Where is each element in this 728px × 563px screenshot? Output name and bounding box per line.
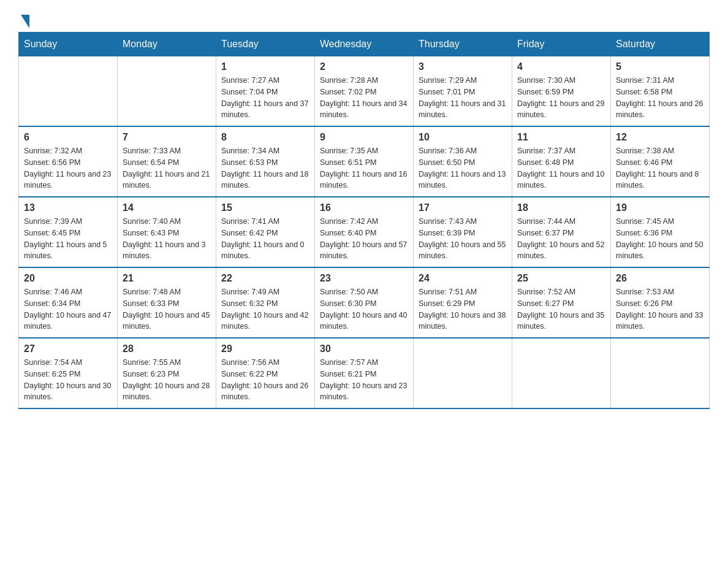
calendar-cell: 16Sunrise: 7:42 AMSunset: 6:40 PMDayligh…: [315, 197, 414, 267]
day-info: Sunrise: 7:37 AMSunset: 6:48 PMDaylight:…: [517, 145, 605, 191]
calendar-cell: 12Sunrise: 7:38 AMSunset: 6:46 PMDayligh…: [611, 126, 710, 197]
calendar-cell: 21Sunrise: 7:48 AMSunset: 6:33 PMDayligh…: [118, 267, 216, 338]
calendar-cell: 20Sunrise: 7:46 AMSunset: 6:34 PMDayligh…: [19, 267, 118, 338]
calendar-cell: 7Sunrise: 7:33 AMSunset: 6:54 PMDaylight…: [118, 126, 216, 197]
day-number: 19: [616, 202, 704, 213]
weekday-header-row: SundayMondayTuesdayWednesdayThursdayFrid…: [19, 33, 710, 56]
day-number: 11: [517, 132, 605, 143]
day-info: Sunrise: 7:40 AMSunset: 6:43 PMDaylight:…: [123, 216, 211, 262]
calendar-cell: 14Sunrise: 7:40 AMSunset: 6:43 PMDayligh…: [118, 197, 216, 267]
day-number: 17: [419, 202, 507, 213]
day-number: 15: [221, 202, 309, 213]
weekday-header-saturday: Saturday: [611, 33, 710, 56]
calendar-cell: [19, 56, 118, 127]
weekday-header-wednesday: Wednesday: [315, 33, 414, 56]
calendar-cell: 15Sunrise: 7:41 AMSunset: 6:42 PMDayligh…: [216, 197, 315, 267]
calendar-week-row: 20Sunrise: 7:46 AMSunset: 6:34 PMDayligh…: [19, 267, 710, 338]
calendar-cell: 24Sunrise: 7:51 AMSunset: 6:29 PMDayligh…: [414, 267, 512, 338]
calendar-cell: 13Sunrise: 7:39 AMSunset: 6:45 PMDayligh…: [19, 197, 118, 267]
calendar-cell: [611, 338, 710, 408]
calendar-cell: 9Sunrise: 7:35 AMSunset: 6:51 PMDaylight…: [315, 126, 414, 197]
day-info: Sunrise: 7:56 AMSunset: 6:22 PMDaylight:…: [221, 357, 309, 403]
day-info: Sunrise: 7:46 AMSunset: 6:34 PMDaylight:…: [24, 286, 112, 332]
day-number: 30: [320, 343, 408, 354]
day-info: Sunrise: 7:38 AMSunset: 6:46 PMDaylight:…: [616, 145, 704, 191]
day-info: Sunrise: 7:32 AMSunset: 6:56 PMDaylight:…: [24, 145, 112, 191]
day-info: Sunrise: 7:27 AMSunset: 7:04 PMDaylight:…: [221, 75, 309, 121]
calendar-week-row: 27Sunrise: 7:54 AMSunset: 6:25 PMDayligh…: [19, 338, 710, 408]
day-info: Sunrise: 7:31 AMSunset: 6:58 PMDaylight:…: [616, 75, 704, 121]
day-info: Sunrise: 7:28 AMSunset: 7:02 PMDaylight:…: [320, 75, 408, 121]
calendar-week-row: 13Sunrise: 7:39 AMSunset: 6:45 PMDayligh…: [19, 197, 710, 267]
day-info: Sunrise: 7:54 AMSunset: 6:25 PMDaylight:…: [24, 357, 112, 403]
calendar-cell: 2Sunrise: 7:28 AMSunset: 7:02 PMDaylight…: [315, 56, 414, 127]
weekday-header-tuesday: Tuesday: [216, 33, 315, 56]
day-number: 29: [221, 343, 309, 354]
day-number: 2: [320, 61, 408, 72]
calendar-cell: 25Sunrise: 7:52 AMSunset: 6:27 PMDayligh…: [512, 267, 611, 338]
calendar-cell: [118, 56, 216, 127]
day-number: 16: [320, 202, 408, 213]
calendar-cell: 27Sunrise: 7:54 AMSunset: 6:25 PMDayligh…: [19, 338, 118, 408]
day-info: Sunrise: 7:57 AMSunset: 6:21 PMDaylight:…: [320, 357, 408, 403]
logo: [18, 12, 29, 26]
calendar-cell: 11Sunrise: 7:37 AMSunset: 6:48 PMDayligh…: [512, 126, 611, 197]
calendar-cell: 10Sunrise: 7:36 AMSunset: 6:50 PMDayligh…: [414, 126, 512, 197]
day-info: Sunrise: 7:48 AMSunset: 6:33 PMDaylight:…: [123, 286, 211, 332]
calendar-cell: 8Sunrise: 7:34 AMSunset: 6:53 PMDaylight…: [216, 126, 315, 197]
day-number: 21: [123, 273, 211, 284]
calendar-cell: 29Sunrise: 7:56 AMSunset: 6:22 PMDayligh…: [216, 338, 315, 408]
day-info: Sunrise: 7:36 AMSunset: 6:50 PMDaylight:…: [419, 145, 507, 191]
day-number: 1: [221, 61, 309, 72]
day-number: 18: [517, 202, 605, 213]
calendar-cell: [512, 338, 611, 408]
day-number: 3: [419, 61, 507, 72]
day-number: 13: [24, 202, 112, 213]
day-number: 5: [616, 61, 704, 72]
day-info: Sunrise: 7:45 AMSunset: 6:36 PMDaylight:…: [616, 216, 704, 262]
day-info: Sunrise: 7:33 AMSunset: 6:54 PMDaylight:…: [123, 145, 211, 191]
day-number: 28: [123, 343, 211, 354]
page-header: [18, 12, 710, 26]
day-number: 24: [419, 273, 507, 284]
day-number: 9: [320, 132, 408, 143]
day-info: Sunrise: 7:34 AMSunset: 6:53 PMDaylight:…: [221, 145, 309, 191]
day-info: Sunrise: 7:49 AMSunset: 6:32 PMDaylight:…: [221, 286, 309, 332]
day-info: Sunrise: 7:30 AMSunset: 6:59 PMDaylight:…: [517, 75, 605, 121]
day-info: Sunrise: 7:43 AMSunset: 6:39 PMDaylight:…: [419, 216, 507, 262]
day-number: 22: [221, 273, 309, 284]
day-number: 25: [517, 273, 605, 284]
calendar-cell: 4Sunrise: 7:30 AMSunset: 6:59 PMDaylight…: [512, 56, 611, 127]
day-number: 8: [221, 132, 309, 143]
calendar-table: SundayMondayTuesdayWednesdayThursdayFrid…: [18, 32, 710, 409]
day-number: 10: [419, 132, 507, 143]
calendar-cell: 22Sunrise: 7:49 AMSunset: 6:32 PMDayligh…: [216, 267, 315, 338]
day-info: Sunrise: 7:44 AMSunset: 6:37 PMDaylight:…: [517, 216, 605, 262]
calendar-cell: 28Sunrise: 7:55 AMSunset: 6:23 PMDayligh…: [118, 338, 216, 408]
calendar-cell: 26Sunrise: 7:53 AMSunset: 6:26 PMDayligh…: [611, 267, 710, 338]
day-number: 26: [616, 273, 704, 284]
weekday-header-thursday: Thursday: [414, 33, 512, 56]
calendar-cell: 3Sunrise: 7:29 AMSunset: 7:01 PMDaylight…: [414, 56, 512, 127]
day-info: Sunrise: 7:42 AMSunset: 6:40 PMDaylight:…: [320, 216, 408, 262]
calendar-cell: 5Sunrise: 7:31 AMSunset: 6:58 PMDaylight…: [611, 56, 710, 127]
day-number: 4: [517, 61, 605, 72]
day-info: Sunrise: 7:51 AMSunset: 6:29 PMDaylight:…: [419, 286, 507, 332]
day-number: 14: [123, 202, 211, 213]
day-info: Sunrise: 7:39 AMSunset: 6:45 PMDaylight:…: [24, 216, 112, 262]
day-info: Sunrise: 7:53 AMSunset: 6:26 PMDaylight:…: [616, 286, 704, 332]
day-info: Sunrise: 7:55 AMSunset: 6:23 PMDaylight:…: [123, 357, 211, 403]
day-info: Sunrise: 7:35 AMSunset: 6:51 PMDaylight:…: [320, 145, 408, 191]
weekday-header-friday: Friday: [512, 33, 611, 56]
calendar-cell: 1Sunrise: 7:27 AMSunset: 7:04 PMDaylight…: [216, 56, 315, 127]
day-info: Sunrise: 7:52 AMSunset: 6:27 PMDaylight:…: [517, 286, 605, 332]
calendar-cell: 6Sunrise: 7:32 AMSunset: 6:56 PMDaylight…: [19, 126, 118, 197]
calendar-week-row: 6Sunrise: 7:32 AMSunset: 6:56 PMDaylight…: [19, 126, 710, 197]
calendar-cell: [414, 338, 512, 408]
calendar-cell: 18Sunrise: 7:44 AMSunset: 6:37 PMDayligh…: [512, 197, 611, 267]
weekday-header-monday: Monday: [118, 33, 216, 56]
day-number: 20: [24, 273, 112, 284]
day-number: 7: [123, 132, 211, 143]
day-number: 27: [24, 343, 112, 354]
calendar-cell: 17Sunrise: 7:43 AMSunset: 6:39 PMDayligh…: [414, 197, 512, 267]
